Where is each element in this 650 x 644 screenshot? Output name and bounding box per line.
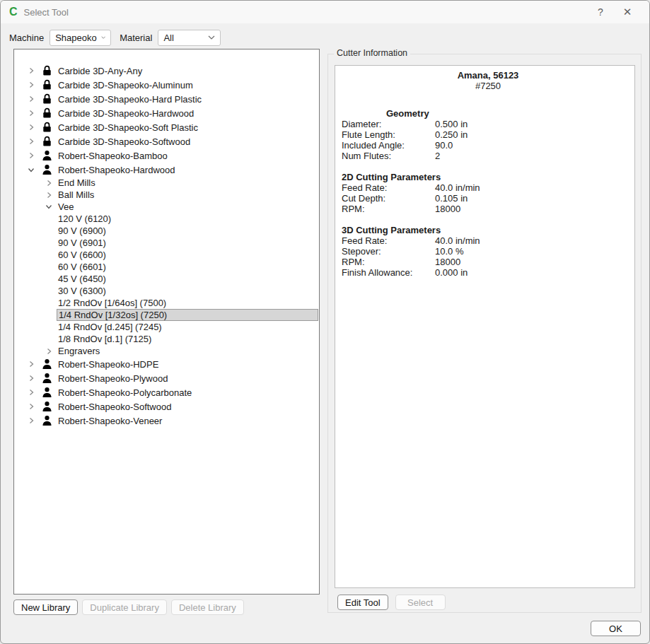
chevron-right-icon[interactable] bbox=[21, 81, 41, 89]
info-row: Flute Length:0.250 in bbox=[342, 129, 634, 140]
ok-button[interactable]: OK bbox=[591, 621, 641, 636]
tree-library-item[interactable]: Carbide 3D-Shapeoko-Softwood bbox=[14, 134, 319, 148]
help-icon[interactable]: ? bbox=[587, 1, 614, 23]
tool-number: #7250 bbox=[342, 81, 634, 91]
carbide-create-logo-icon: C bbox=[9, 6, 18, 18]
info-row: Feed Rate:40.0 in/min bbox=[342, 235, 634, 246]
select-button[interactable]: Select bbox=[395, 595, 446, 610]
material-label: Material bbox=[120, 33, 152, 43]
tree-tool-item[interactable]: 60 V (6601) bbox=[57, 261, 318, 273]
title-bar: C Select Tool ? ✕ bbox=[1, 1, 649, 23]
library-buttons-row: New LibraryDuplicate LibraryDelete Libra… bbox=[13, 599, 248, 615]
tree-library-item[interactable]: Robert-Shapeoko-Polycarbonate bbox=[14, 385, 319, 399]
tool-maker: Amana, 56123 bbox=[342, 70, 634, 81]
tree-item-label: 60 V (6600) bbox=[57, 249, 318, 261]
tree-library-item[interactable]: End Mills bbox=[14, 177, 319, 189]
tree-tool-item[interactable]: 60 V (6600) bbox=[57, 249, 318, 261]
tree-item-label: 120 V (6120) bbox=[57, 213, 318, 225]
tree-item-label: Robert-Shapeoko-HDPE bbox=[58, 358, 158, 370]
chevron-right-icon[interactable] bbox=[21, 123, 41, 131]
tree-tool-item[interactable]: 1/4 RndOv [1/32os] (7250) bbox=[57, 309, 318, 321]
info-row-value: 0.000 in bbox=[435, 267, 468, 278]
tree-library-item[interactable]: Ball Mills bbox=[14, 189, 319, 201]
tree-library-item[interactable]: Robert-Shapeoko-HDPE bbox=[14, 357, 319, 371]
chevron-right-icon[interactable] bbox=[21, 151, 41, 160]
chevron-right-icon[interactable] bbox=[21, 109, 41, 117]
tree-library-item[interactable]: Carbide 3D-Shapeoko-Soft Plastic bbox=[14, 120, 319, 134]
edit-tool-button[interactable]: Edit Tool bbox=[337, 595, 388, 610]
tree-item-label: 45 V (6450) bbox=[57, 273, 318, 285]
new-library-button[interactable]: New Library bbox=[13, 599, 78, 615]
tree-library-item[interactable]: Carbide 3D-Shapeoko-Hardwood bbox=[14, 106, 319, 120]
lock-icon bbox=[41, 79, 52, 90]
tree-item-label: Ball Mills bbox=[58, 189, 94, 201]
tree-tool-item[interactable]: 30 V (6300) bbox=[57, 285, 318, 297]
tree-tool-item[interactable]: 120 V (6120) bbox=[57, 213, 318, 225]
tree-library-item[interactable]: Carbide 3D-Any-Any bbox=[14, 64, 319, 78]
duplicate-library-button[interactable]: Duplicate Library bbox=[82, 599, 167, 615]
tree-library-item[interactable]: Robert-Shapeoko-Bamboo bbox=[14, 148, 319, 163]
chevron-right-icon[interactable] bbox=[21, 416, 41, 425]
chevron-right-icon[interactable] bbox=[21, 360, 41, 368]
material-dropdown[interactable]: All bbox=[158, 30, 221, 46]
tree-tool-item[interactable]: 90 V (6900) bbox=[57, 225, 318, 237]
chevron-right-icon[interactable] bbox=[40, 179, 58, 187]
tree-tool-item[interactable]: 1/2 RndOv [1/64os] (7500) bbox=[57, 297, 318, 309]
chevron-down-icon[interactable] bbox=[21, 167, 41, 173]
tree-item-label: 90 V (6901) bbox=[57, 237, 318, 249]
chevron-down-icon[interactable] bbox=[40, 204, 58, 210]
cutter-info-sections: GeometryDiameter:0.500 inFlute Length:0.… bbox=[342, 108, 634, 278]
tree-item-label: Carbide 3D-Shapeoko-Softwood bbox=[58, 136, 190, 148]
machine-dropdown[interactable]: Shapeoko bbox=[50, 30, 111, 46]
info-row-value: 0.105 in bbox=[435, 193, 468, 204]
tree-item-label: Carbide 3D-Any-Any bbox=[58, 65, 142, 77]
tree-item-label: Robert-Shapeoko-Hardwood bbox=[58, 164, 175, 176]
tree-library-item[interactable]: Carbide 3D-Shapeoko-Aluminum bbox=[14, 78, 319, 92]
section-heading: 2D Cutting Parameters bbox=[342, 172, 634, 182]
cutter-information-group: Cutter Information Amana, 56123 #7250 Ge… bbox=[327, 54, 642, 613]
tree-tool-item[interactable]: 1/8 RndOv [d.1] (7125) bbox=[57, 333, 318, 345]
chevron-right-icon[interactable] bbox=[21, 66, 41, 75]
tree-library-item[interactable]: Vee bbox=[14, 201, 319, 213]
cutter-information-label: Cutter Information bbox=[334, 48, 410, 58]
info-row-label: Diameter: bbox=[342, 119, 435, 129]
tree-tool-item[interactable]: 90 V (6901) bbox=[57, 237, 318, 249]
info-row-label: RPM: bbox=[342, 257, 435, 267]
tree-tool-item[interactable]: 45 V (6450) bbox=[57, 273, 318, 285]
tree-library-item[interactable]: Robert-Shapeoko-Hardwood bbox=[14, 163, 319, 177]
tree-item-label: 1/2 RndOv [1/64os] (7500) bbox=[57, 297, 318, 309]
chevron-right-icon[interactable] bbox=[21, 374, 41, 382]
user-icon bbox=[41, 164, 52, 175]
tree-tool-item[interactable]: 1/4 RndOv [d.245] (7245) bbox=[57, 321, 318, 333]
chevron-right-icon[interactable] bbox=[21, 402, 41, 411]
info-row-value: 2 bbox=[435, 151, 440, 161]
tree-library-item[interactable]: Robert-Shapeoko-Plywood bbox=[14, 371, 319, 385]
chevron-right-icon[interactable] bbox=[40, 347, 58, 356]
user-icon bbox=[41, 415, 52, 426]
cutter-information-panel: Amana, 56123 #7250 GeometryDiameter:0.50… bbox=[335, 65, 635, 588]
info-row-value: 90.0 bbox=[435, 140, 453, 151]
tool-buttons-row: Edit Tool Select bbox=[337, 595, 453, 610]
chevron-right-icon[interactable] bbox=[21, 388, 41, 397]
tree-item-label: Vee bbox=[58, 201, 74, 213]
tree-item-label: Engravers bbox=[58, 345, 100, 357]
tree-library-item[interactable]: Carbide 3D-Shapeoko-Hard Plastic bbox=[14, 92, 319, 106]
tree-item-label-selected: 1/4 RndOv [1/32os] (7250) bbox=[57, 309, 318, 321]
tree-item-label: 1/4 RndOv [d.245] (7245) bbox=[57, 321, 318, 333]
delete-library-button[interactable]: Delete Library bbox=[171, 599, 244, 615]
user-icon bbox=[41, 387, 52, 398]
close-icon[interactable]: ✕ bbox=[614, 1, 641, 23]
tree-item-label: 1/8 RndOv [d.1] (7125) bbox=[57, 333, 318, 345]
chevron-right-icon[interactable] bbox=[21, 137, 41, 146]
tree-library-item[interactable]: Robert-Shapeoko-Veneer bbox=[14, 414, 319, 428]
info-row-label: Stepover: bbox=[342, 246, 435, 257]
chevron-right-icon[interactable] bbox=[21, 95, 41, 103]
info-row: RPM:18000 bbox=[342, 257, 634, 267]
tree-library-item[interactable]: Robert-Shapeoko-Softwood bbox=[14, 399, 319, 414]
lock-icon bbox=[41, 136, 52, 147]
chevron-right-icon[interactable] bbox=[40, 191, 58, 199]
user-icon bbox=[41, 401, 52, 412]
tool-library-tree[interactable]: Carbide 3D-Any-AnyCarbide 3D-Shapeoko-Al… bbox=[13, 49, 320, 595]
tree-library-item[interactable]: Engravers bbox=[14, 345, 319, 357]
info-row-value: 18000 bbox=[435, 257, 460, 267]
